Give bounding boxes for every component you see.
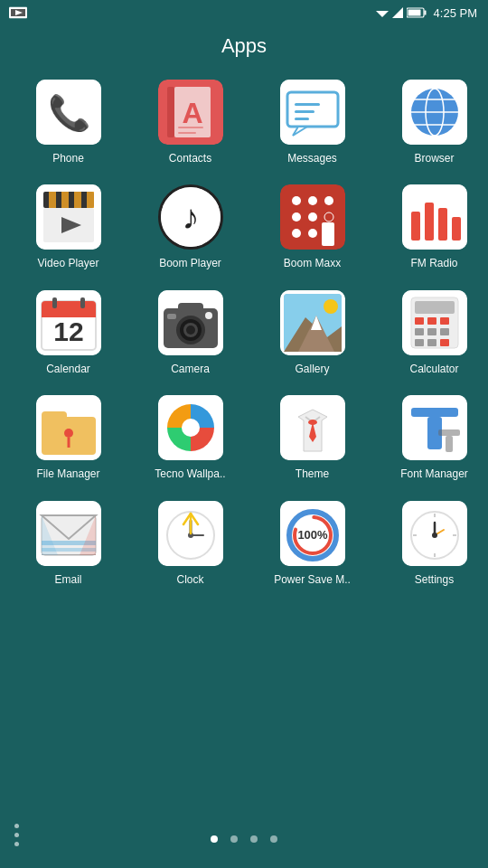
svg-point-91 [64,429,73,438]
clock-icon [158,501,223,566]
fmradio-label: FM Radio [410,257,457,269]
status-icons: 4:25 PM [376,6,477,20]
svg-rect-15 [178,132,196,134]
svg-rect-101 [446,436,453,452]
app-boomplayer[interactable]: ♪ Boom Player [129,175,251,280]
status-bar: 4:25 PM [0,0,488,25]
app-videoplayer[interactable]: Video Player [7,175,129,280]
phone-label: Phone [52,152,84,165]
app-messages[interactable]: Messages [251,71,373,175]
app-email[interactable]: Email [7,492,129,597]
svg-rect-11 [167,87,174,137]
app-gallery[interactable]: Gallery [251,281,373,386]
powersave-label: Power Save M.. [274,573,351,586]
phone-icon: 📞 [36,80,101,145]
svg-point-40 [308,196,317,205]
page-title: Apps [0,25,488,71]
fmradio-icon [402,184,467,250]
app-boommaxx[interactable]: Boom Maxx [251,175,373,280]
gallery-icon [280,290,345,355]
app-powersave[interactable]: 100% Power Save M.. [251,492,373,597]
svg-rect-21 [295,118,309,120]
app-calculator[interactable]: Calculator [373,281,488,386]
side-dot-1 [14,824,19,828]
status-time: 4:25 PM [434,6,477,20]
svg-rect-82 [415,328,424,335]
svg-rect-30 [49,192,56,208]
svg-point-44 [324,212,333,222]
fontmanager-label: Font Manager [400,467,468,480]
svg-rect-62 [178,303,203,312]
camera-icon [158,290,223,355]
apps-grid: 📞 Phone A Contacts [0,71,488,597]
email-icon [36,501,101,566]
app-theme[interactable]: Theme [251,386,373,491]
page-dot-2[interactable] [230,835,238,843]
boommaxx-icon [280,184,345,250]
svg-rect-68 [167,314,176,319]
app-fmradio[interactable]: FM Radio [373,175,488,280]
svg-rect-84 [440,328,449,335]
app-tecno[interactable]: Tecno Wallpa.. [129,386,251,491]
svg-marker-3 [376,11,389,17]
calculator-label: Calculator [409,363,458,375]
svg-rect-49 [411,212,420,241]
settings-label: Settings [415,573,454,586]
fontmanager-icon [402,395,467,460]
svg-rect-50 [425,203,434,241]
app-camera[interactable]: Camera [129,281,251,386]
svg-rect-6 [424,11,426,15]
svg-rect-78 [415,301,455,314]
svg-point-66 [186,326,195,335]
side-dot-3 [14,842,19,846]
svg-rect-87 [440,339,449,346]
side-menu-dots[interactable] [14,824,19,846]
app-clock[interactable]: Clock [129,492,251,597]
app-filemanager[interactable]: File Manager [7,386,129,491]
app-contacts[interactable]: A Contacts [129,71,251,175]
page-dot-3[interactable] [250,835,258,843]
contacts-icon: A [158,80,223,145]
svg-rect-47 [322,222,334,246]
top-left-icon [9,5,27,24]
browser-label: Browser [414,152,454,165]
svg-rect-20 [295,110,314,113]
svg-point-41 [324,196,333,205]
app-fontmanager[interactable]: Font Manager [373,386,488,491]
clock-label: Clock [176,573,203,586]
gallery-label: Gallery [295,363,329,375]
svg-rect-58 [52,297,57,308]
filemanager-label: File Manager [36,467,99,480]
tecno-icon [158,395,223,460]
svg-rect-19 [295,103,320,106]
svg-point-75 [324,299,338,314]
svg-point-43 [308,212,317,222]
svg-rect-51 [438,208,447,241]
app-phone[interactable]: 📞 Phone [7,71,129,175]
svg-rect-14 [178,127,203,128]
app-browser[interactable]: Browser [373,71,488,175]
tecno-label: Tecno Wallpa.. [155,467,225,480]
svg-text:A: A [182,97,202,129]
page-dot-4[interactable] [270,835,277,843]
svg-point-42 [292,212,301,222]
svg-point-39 [292,196,301,205]
svg-rect-32 [74,192,81,208]
page-dot-1[interactable] [211,835,218,843]
filemanager-icon [36,395,101,460]
svg-rect-86 [427,339,436,346]
signal-icon [392,7,403,18]
app-calendar[interactable]: 12 Calendar [7,281,129,386]
app-settings[interactable]: Settings [373,492,488,597]
page-indicators [211,835,277,843]
svg-point-67 [205,312,212,319]
svg-text:♪: ♪ [182,198,199,236]
camera-label: Camera [171,363,210,375]
svg-point-96 [308,420,317,425]
battery-icon [407,7,427,18]
svg-point-46 [308,229,317,238]
side-dot-2 [14,833,19,837]
boommaxx-label: Boom Maxx [284,257,341,269]
messages-icon [280,80,345,145]
email-label: Email [54,573,81,586]
